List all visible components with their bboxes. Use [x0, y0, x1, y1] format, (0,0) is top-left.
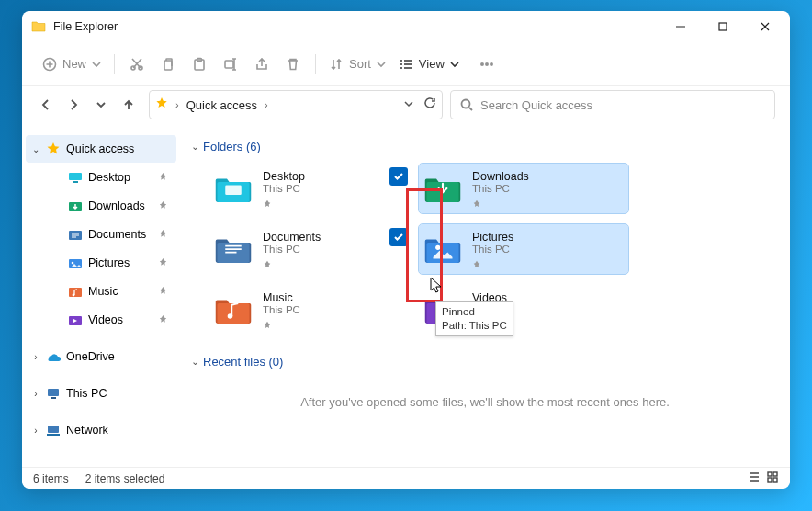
- trash-icon: [286, 57, 300, 72]
- sidebar-item-pictures[interactable]: Pictures: [26, 249, 176, 277]
- svg-rect-37: [768, 478, 772, 482]
- expand-icon: ›: [31, 426, 40, 436]
- up-button[interactable]: [116, 92, 141, 118]
- svg-point-33: [228, 313, 233, 319]
- sidebar-item-videos[interactable]: Videos: [26, 306, 176, 334]
- new-button[interactable]: New: [37, 50, 107, 79]
- sidebar-item-label: This PC: [66, 387, 169, 400]
- tiles-view-button[interactable]: [766, 471, 779, 486]
- folder-tile-documents[interactable]: DocumentsThis PC: [209, 224, 419, 274]
- share-button[interactable]: [247, 50, 276, 79]
- cursor-icon: [430, 277, 445, 295]
- recent-empty-message: After you've opened some files, we'll sh…: [191, 373, 779, 431]
- folder-tile-music[interactable]: MusicThis PC: [209, 285, 419, 335]
- music-folder-icon: [213, 292, 254, 327]
- svg-point-20: [73, 294, 75, 297]
- sort-button-label: Sort: [349, 57, 371, 71]
- folder-tile-downloads[interactable]: DownloadsThis PC: [419, 164, 628, 213]
- documents-icon: [68, 227, 83, 242]
- svg-rect-27: [225, 186, 242, 196]
- tile-meta: DesktopThis PC: [263, 170, 305, 207]
- content-area: ⌄ Folders (6) DesktopThis PCDownloadsThi…: [180, 131, 790, 467]
- desktop-icon: [68, 170, 83, 185]
- svg-rect-32: [218, 303, 250, 324]
- svg-rect-30: [427, 243, 459, 263]
- sidebar-item-onedrive[interactable]: ›OneDrive: [26, 343, 176, 370]
- checkbox-checked-icon[interactable]: [389, 228, 408, 246]
- folder-tile-desktop[interactable]: DesktopThis PC: [209, 164, 419, 213]
- svg-point-12: [462, 100, 470, 108]
- cut-button[interactable]: [122, 50, 152, 79]
- pin-icon: [472, 256, 513, 267]
- pin-icon: [158, 172, 169, 183]
- recent-header-label: Recent files (0): [203, 355, 283, 369]
- network-icon: [46, 423, 61, 437]
- chevron-down-icon: ⌄: [191, 356, 199, 368]
- sort-button[interactable]: Sort: [323, 50, 391, 79]
- folder-tile-pictures[interactable]: PicturesThis PC: [419, 224, 628, 274]
- sidebar-item-desktop[interactable]: Desktop: [26, 164, 176, 191]
- pin-icon: [263, 256, 321, 267]
- pin-icon: [158, 286, 169, 297]
- chevron-down-icon: [450, 60, 459, 69]
- sidebar-item-label: Music: [88, 285, 152, 298]
- toolbar: New Sort View: [22, 42, 790, 86]
- paste-icon: [192, 57, 207, 72]
- expand-icon: ⌄: [31, 144, 40, 154]
- svg-rect-36: [773, 472, 777, 476]
- pin-icon: [158, 229, 169, 240]
- pin-icon: [263, 317, 300, 328]
- sidebar-item-quick-access[interactable]: ⌄Quick access: [26, 135, 176, 163]
- body: ⌄Quick accessDesktopDownloadsDocumentsPi…: [22, 131, 790, 467]
- address-bar[interactable]: › Quick access ›: [149, 90, 443, 119]
- sidebar-item-label: Downloads: [88, 199, 152, 212]
- copy-button[interactable]: [153, 50, 183, 79]
- sidebar: ⌄Quick accessDesktopDownloadsDocumentsPi…: [22, 131, 180, 467]
- close-button[interactable]: [744, 11, 786, 42]
- svg-rect-1: [719, 23, 727, 30]
- more-icon: [479, 57, 494, 72]
- breadcrumb[interactable]: Quick access: [186, 98, 257, 112]
- status-bar: 6 items 2 items selected: [22, 467, 790, 489]
- folders-section-header[interactable]: ⌄ Folders (6): [191, 134, 779, 158]
- separator: [315, 54, 316, 74]
- tile-location: This PC: [263, 183, 305, 194]
- svg-point-18: [72, 262, 74, 265]
- forward-button[interactable]: [61, 92, 86, 118]
- sidebar-item-this-pc[interactable]: ›This PC: [26, 380, 176, 407]
- delete-button[interactable]: [278, 50, 308, 79]
- sidebar-item-downloads[interactable]: Downloads: [26, 192, 176, 220]
- details-view-button[interactable]: [748, 471, 761, 486]
- sidebar-item-documents[interactable]: Documents: [26, 221, 176, 248]
- checkbox-checked-icon[interactable]: [389, 167, 408, 186]
- sidebar-item-label: Network: [66, 424, 169, 437]
- share-icon: [254, 57, 269, 72]
- maximize-button[interactable]: [702, 11, 744, 42]
- search-input[interactable]: [480, 98, 765, 112]
- chevron-down-icon: [377, 60, 386, 69]
- recent-locations-button[interactable]: [88, 92, 114, 118]
- plus-circle-icon: [42, 57, 57, 72]
- recent-section-header[interactable]: ⌄ Recent files (0): [191, 349, 779, 373]
- svg-point-11: [491, 62, 492, 64]
- sidebar-item-label: Pictures: [88, 256, 152, 269]
- paste-button[interactable]: [185, 50, 214, 79]
- rename-icon: [223, 57, 238, 72]
- videos-icon: [68, 312, 83, 327]
- minimize-button[interactable]: [660, 11, 702, 42]
- svg-rect-23: [51, 397, 56, 399]
- folders-header-label: Folders (6): [203, 140, 261, 153]
- rename-button[interactable]: [216, 50, 245, 79]
- view-icon: [399, 57, 413, 72]
- search-box[interactable]: [450, 90, 775, 119]
- pin-icon: [158, 314, 169, 325]
- svg-rect-25: [47, 434, 60, 436]
- copy-icon: [161, 57, 175, 72]
- view-button[interactable]: View: [393, 50, 465, 79]
- more-button[interactable]: [472, 50, 502, 79]
- sidebar-item-network[interactable]: ›Network: [26, 416, 176, 444]
- sidebar-item-music[interactable]: Music: [26, 278, 176, 305]
- history-dropdown-button[interactable]: [403, 97, 414, 113]
- refresh-button[interactable]: [423, 97, 436, 113]
- back-button[interactable]: [33, 92, 59, 118]
